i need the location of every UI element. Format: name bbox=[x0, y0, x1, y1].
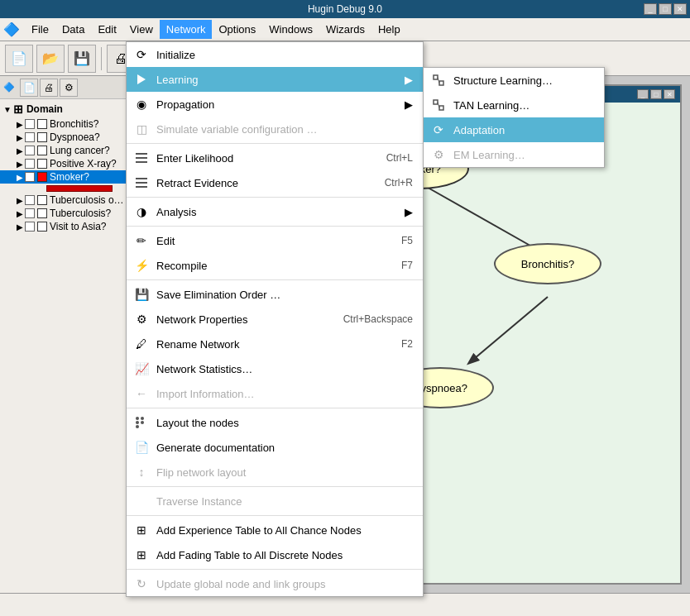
initialize-label: Initialize bbox=[156, 49, 413, 61]
menu-item-enter-likelihood[interactable]: Enter Likelihood Ctrl+L bbox=[127, 146, 423, 170]
svg-point-21 bbox=[141, 421, 144, 424]
menu-item-generate-doc[interactable]: 📄 Generate documentation bbox=[127, 435, 423, 460]
net-close-btn[interactable]: ✕ bbox=[664, 89, 675, 99]
menu-item-save-elim[interactable]: 💾 Save Elimination Order … bbox=[127, 282, 423, 307]
check-tuberculosis[interactable] bbox=[25, 208, 35, 218]
analysis-label: Analysis bbox=[156, 206, 398, 218]
net-minimize-btn[interactable]: _ bbox=[637, 89, 649, 99]
tree-item-visittoasia[interactable]: ▶ Visit to Asia? bbox=[0, 220, 127, 233]
menu-file[interactable]: File bbox=[25, 20, 55, 39]
menu-item-add-fading[interactable]: ⊞ Add Fading Table to All Discrete Nodes bbox=[127, 542, 423, 567]
net-maximize-btn[interactable]: □ bbox=[650, 89, 662, 99]
check-positivexray[interactable] bbox=[25, 159, 35, 169]
menu-options[interactable]: Options bbox=[212, 20, 262, 39]
close-btn[interactable]: ✕ bbox=[673, 3, 687, 15]
rename-network-label: Rename Network bbox=[156, 338, 385, 351]
menu-item-network-properties[interactable]: ⚙ Network Properties Ctrl+Backspace bbox=[127, 307, 423, 332]
check-bronchitis[interactable] bbox=[25, 119, 35, 129]
tree-section: ▼ ⊞ Domain ▶ Bronchitis? ▶ Dyspnoea? ▶ bbox=[0, 99, 127, 235]
network-properties-shortcut: Ctrl+Backspace bbox=[343, 313, 413, 325]
tree-header-domain[interactable]: ▼ ⊞ Domain bbox=[0, 101, 127, 117]
check-tuberculosis-o[interactable] bbox=[25, 195, 35, 205]
check-lungcancer[interactable] bbox=[25, 146, 35, 155]
layout-nodes-label: Layout the nodes bbox=[156, 417, 413, 429]
tree-item-tuberculosis-o[interactable]: ▶ Tuberculosis o… bbox=[0, 193, 127, 207]
menu-item-add-experience[interactable]: ⊞ Add Experience Table to All Chance Nod… bbox=[127, 518, 423, 542]
recompile-shortcut: F7 bbox=[401, 260, 413, 271]
check-dyspnoea[interactable] bbox=[25, 132, 35, 142]
menu-windows[interactable]: Windows bbox=[262, 20, 319, 39]
submenu-structure-learning[interactable]: Structure Learning… bbox=[424, 68, 604, 93]
sep-3 bbox=[127, 226, 423, 227]
menu-item-retract-evidence[interactable]: Retract Evidence Ctrl+R bbox=[127, 170, 423, 195]
tree-expand-4: ▶ bbox=[17, 160, 23, 169]
minimize-btn[interactable]: _ bbox=[644, 3, 657, 15]
flip-layout-label: Flip network layout bbox=[156, 466, 413, 479]
menu-item-analysis[interactable]: ◑ Analysis ▶ bbox=[127, 199, 423, 224]
analysis-arrow: ▶ bbox=[405, 206, 413, 218]
tree-item-positivexray[interactable]: ▶ Positive X-ray? bbox=[0, 157, 127, 170]
svg-point-19 bbox=[136, 425, 139, 428]
check-visittoasia[interactable] bbox=[25, 222, 35, 232]
check-smoker[interactable] bbox=[25, 172, 35, 182]
label-lungcancer: Lung cancer? bbox=[50, 145, 110, 156]
menu-item-layout-nodes[interactable]: Layout the nodes bbox=[127, 410, 423, 435]
propagation-icon: ◉ bbox=[133, 96, 150, 112]
svg-marker-4 bbox=[137, 74, 146, 84]
menu-wizards[interactable]: Wizards bbox=[319, 20, 371, 39]
menu-edit[interactable]: Edit bbox=[91, 20, 122, 39]
svg-rect-9 bbox=[439, 106, 443, 110]
network-dropdown: ⟳ Initialize Learning ▶ Structure Learni… bbox=[126, 41, 424, 597]
tree-item-bronchitis[interactable]: ▶ Bronchitis? bbox=[0, 117, 127, 131]
traverse-instance-icon bbox=[133, 493, 150, 509]
sidebar-btn-2[interactable]: 🖨 bbox=[40, 79, 58, 97]
title-bar: Hugin Debug 9.0 _ □ ✕ bbox=[0, 0, 690, 18]
learning-submenu: Structure Learning… TAN Learning… ⟳ Adap… bbox=[423, 67, 605, 168]
menu-data[interactable]: Data bbox=[55, 20, 91, 39]
menu-item-learning[interactable]: Learning ▶ Structure Learning… TAN Learn… bbox=[127, 67, 423, 92]
node-bronchitis[interactable]: Bronchitis? bbox=[494, 243, 601, 284]
submenu-tan-learning[interactable]: TAN Learning… bbox=[424, 93, 604, 117]
import-information-label: Import Information… bbox=[156, 388, 413, 400]
tree-item-tuberculosis[interactable]: ▶ Tuberculosis? bbox=[0, 207, 127, 220]
smoker-bar bbox=[46, 185, 113, 192]
maximize-btn[interactable]: □ bbox=[659, 3, 672, 15]
analysis-icon: ◑ bbox=[133, 203, 150, 220]
sidebar-btn-3[interactable]: ⚙ bbox=[60, 79, 78, 97]
menu-help[interactable]: Help bbox=[371, 20, 407, 39]
menu-item-simulate: ◫ Simulate variable configuration … bbox=[127, 117, 423, 141]
tree-expand-3: ▶ bbox=[17, 146, 23, 155]
layout-nodes-icon bbox=[133, 414, 150, 431]
menu-item-edit[interactable]: ✏ Edit F5 bbox=[127, 228, 423, 253]
svg-point-20 bbox=[141, 417, 144, 420]
sidebar-btn-1[interactable]: 📄 bbox=[20, 79, 38, 97]
save-btn[interactable]: 💾 bbox=[68, 45, 96, 73]
network-properties-icon: ⚙ bbox=[133, 311, 150, 327]
tree-expand-2: ▶ bbox=[17, 133, 23, 142]
sidebar-toolbar: 🔷 📄 🖨 ⚙ bbox=[0, 76, 127, 99]
submenu-adaptation[interactable]: ⟳ Adaptation bbox=[424, 117, 604, 142]
menu-item-recompile[interactable]: ⚡ Recompile F7 bbox=[127, 253, 423, 278]
open-btn[interactable]: 📂 bbox=[36, 45, 65, 73]
sidebar: 🔷 📄 🖨 ⚙ ▼ ⊞ Domain ▶ Bronchitis? ▶ Dyspn… bbox=[0, 76, 128, 593]
tree-item-lungcancer[interactable]: ▶ Lung cancer? bbox=[0, 144, 127, 157]
recompile-icon: ⚡ bbox=[133, 257, 150, 274]
menu-item-rename-network[interactable]: 🖊 Rename Network F2 bbox=[127, 332, 423, 356]
edit-label: Edit bbox=[156, 235, 385, 247]
em-learning-label: EM Learning… bbox=[453, 149, 525, 161]
menu-item-update-global: ↻ Update global node and link groups bbox=[127, 571, 423, 596]
tree-item-smoker[interactable]: ▶ Smoker? bbox=[0, 170, 127, 184]
color-visittoasia bbox=[37, 222, 47, 232]
sep-1 bbox=[127, 143, 423, 144]
sep-8 bbox=[127, 569, 423, 570]
menu-item-network-statistics[interactable]: 📈 Network Statistics… bbox=[127, 356, 423, 381]
menu-item-propagation[interactable]: ◉ Propagation ▶ bbox=[127, 92, 423, 117]
color-tuberculosis-o bbox=[37, 195, 47, 205]
sep-7 bbox=[127, 515, 423, 516]
menu-network[interactable]: Network bbox=[160, 20, 213, 39]
menu-item-initialize[interactable]: ⟳ Initialize bbox=[127, 42, 423, 67]
tree-item-dyspnoea[interactable]: ▶ Dyspnoea? bbox=[0, 131, 127, 144]
menu-view[interactable]: View bbox=[123, 20, 160, 39]
sep-6 bbox=[127, 486, 423, 487]
new-btn[interactable]: 📄 bbox=[5, 45, 33, 73]
